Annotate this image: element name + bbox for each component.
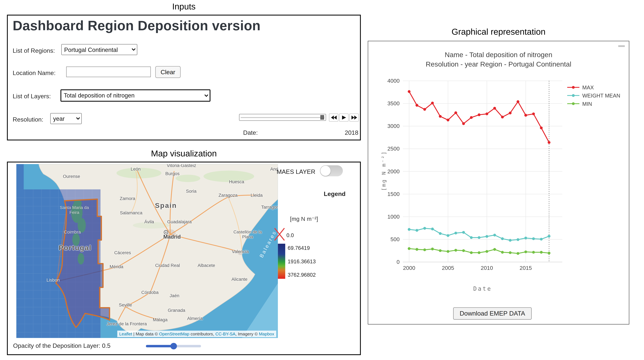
legend-item[interactable]: MAX bbox=[567, 83, 620, 91]
fast-forward-icon bbox=[351, 116, 357, 120]
location-name-label: Location Name: bbox=[13, 69, 56, 76]
inputs-panel: Dashboard Region Deposition version List… bbox=[7, 15, 361, 140]
legend-zero-value: 0.0 bbox=[286, 232, 294, 238]
legend-value: 69.76419 bbox=[288, 245, 316, 252]
legend-title: Legend bbox=[310, 190, 359, 197]
maes-layer-toggle[interactable] bbox=[320, 165, 343, 177]
opacity-slider-thumb[interactable] bbox=[170, 343, 177, 350]
play-button[interactable] bbox=[339, 113, 348, 122]
legend-value: 3762.96802 bbox=[288, 272, 316, 279]
legend-series-name: MIN bbox=[582, 101, 592, 107]
rewind-icon bbox=[331, 116, 336, 120]
svg-text:1000: 1000 bbox=[387, 213, 400, 220]
resolution-select[interactable]: year bbox=[50, 113, 82, 124]
dashboard-page: Inputs Dashboard Region Deposition versi… bbox=[0, 0, 644, 360]
legend-nodata-x-icon bbox=[274, 227, 286, 241]
download-emep-button[interactable]: Download EMEP DATA bbox=[453, 307, 532, 320]
chart-title-line1: Name - Total deposition of nitrogen bbox=[368, 51, 629, 59]
attribution-text: contributors, bbox=[189, 331, 216, 336]
legend-value: 1916.36613 bbox=[288, 258, 316, 266]
chart-panel: Name - Total deposition of nitrogen Reso… bbox=[368, 41, 629, 325]
chart-section-title: Graphical representation bbox=[368, 27, 629, 37]
deposition-ocean-overlay-strip bbox=[16, 164, 24, 189]
date-slider-thumb[interactable] bbox=[320, 115, 324, 120]
svg-text:2000: 2000 bbox=[403, 265, 415, 271]
y-axis-title: [mg N m⁻²] bbox=[381, 130, 387, 212]
svg-text:2005: 2005 bbox=[442, 265, 454, 271]
svg-text:3000: 3000 bbox=[387, 123, 400, 129]
chart-plot-area: 0500100015002000250030003500400020002005… bbox=[368, 41, 630, 294]
clear-button[interactable]: Clear bbox=[155, 66, 180, 78]
location-name-input[interactable] bbox=[66, 67, 151, 77]
svg-text:2000: 2000 bbox=[387, 168, 400, 175]
x-axis-title: Date bbox=[403, 285, 562, 292]
opacity-value: 0.5 bbox=[102, 342, 110, 349]
openstreetmap-link[interactable]: OpenStreetMap bbox=[159, 331, 189, 336]
legend-series-name: WEIGHT MEAN bbox=[582, 92, 620, 99]
regions-label: List of Regions: bbox=[13, 47, 55, 54]
svg-text:2010: 2010 bbox=[481, 265, 493, 271]
step-forward-button[interactable] bbox=[350, 113, 359, 122]
svg-text:500: 500 bbox=[390, 236, 400, 242]
layers-label: List of Layers: bbox=[13, 93, 51, 100]
svg-text:3500: 3500 bbox=[387, 100, 400, 106]
opacity-label-text: Opacity of the Deposition Layer: bbox=[13, 342, 100, 349]
opacity-label: Opacity of the Deposition Layer: 0.5 bbox=[13, 342, 110, 349]
resolution-label: Resolution: bbox=[13, 116, 43, 123]
map-canvas bbox=[16, 164, 278, 338]
legend-item[interactable]: MIN bbox=[567, 100, 620, 108]
madrid-city-marker bbox=[164, 230, 168, 234]
inputs-section-title: Inputs bbox=[7, 2, 361, 11]
step-backward-button[interactable] bbox=[329, 113, 338, 122]
layers-select[interactable]: Total deposition of nitrogen bbox=[60, 89, 210, 102]
leaflet-link[interactable]: Leaflet bbox=[119, 331, 132, 336]
chart-title-line2: Resolution - year Region - Portugal Cont… bbox=[368, 60, 629, 68]
svg-text:4000: 4000 bbox=[387, 78, 400, 84]
date-slider-track bbox=[241, 117, 324, 118]
date-value: 2018 bbox=[326, 129, 358, 136]
legend-item[interactable]: WEIGHT MEAN bbox=[567, 91, 620, 100]
map-attribution: Leaflet | Map data © OpenStreetMap contr… bbox=[117, 331, 276, 337]
ccbysa-link[interactable]: CC-BY-SA bbox=[216, 331, 236, 336]
legend-series-icon bbox=[567, 85, 580, 90]
legend-series-icon bbox=[567, 93, 580, 98]
legend-series-name: MAX bbox=[582, 84, 594, 90]
legend-values: 69.764191916.366133762.96802 bbox=[288, 245, 316, 285]
attribution-text: , Imagery © bbox=[236, 331, 259, 336]
chart-legend: MAXWEIGHT MEANMIN bbox=[567, 83, 620, 108]
opacity-slider[interactable] bbox=[146, 343, 201, 350]
svg-text:2500: 2500 bbox=[387, 146, 400, 152]
legend-series-icon bbox=[567, 101, 580, 106]
map-panel: Vitoria-GasteizLeónBurgosOurenseHuescaAn… bbox=[7, 162, 361, 355]
date-label: Date: bbox=[243, 129, 258, 136]
date-slider[interactable] bbox=[239, 114, 326, 121]
mapbox-link[interactable]: Mapbox bbox=[259, 331, 274, 336]
plotly-modebar-toggle[interactable] bbox=[618, 45, 625, 47]
svg-text:2015: 2015 bbox=[520, 265, 532, 271]
play-icon bbox=[342, 116, 346, 120]
maes-layer-label: MAES LAYER bbox=[277, 168, 316, 175]
dashboard-heading: Dashboard Region Deposition version bbox=[13, 18, 260, 33]
maes-layer-toggle-knob[interactable] bbox=[320, 166, 331, 176]
legend-units: [mg N m⁻²] bbox=[280, 215, 328, 222]
regions-select[interactable]: Portugal Continental bbox=[61, 44, 137, 55]
attribution-text: | Map data © bbox=[132, 331, 159, 336]
leaflet-map[interactable]: Vitoria-GasteizLeónBurgosOurenseHuescaAn… bbox=[16, 164, 278, 338]
map-section-title: Map visualization bbox=[7, 149, 361, 158]
legend-colorbar bbox=[278, 244, 285, 279]
svg-text:0: 0 bbox=[397, 259, 400, 265]
svg-text:1500: 1500 bbox=[387, 191, 400, 197]
